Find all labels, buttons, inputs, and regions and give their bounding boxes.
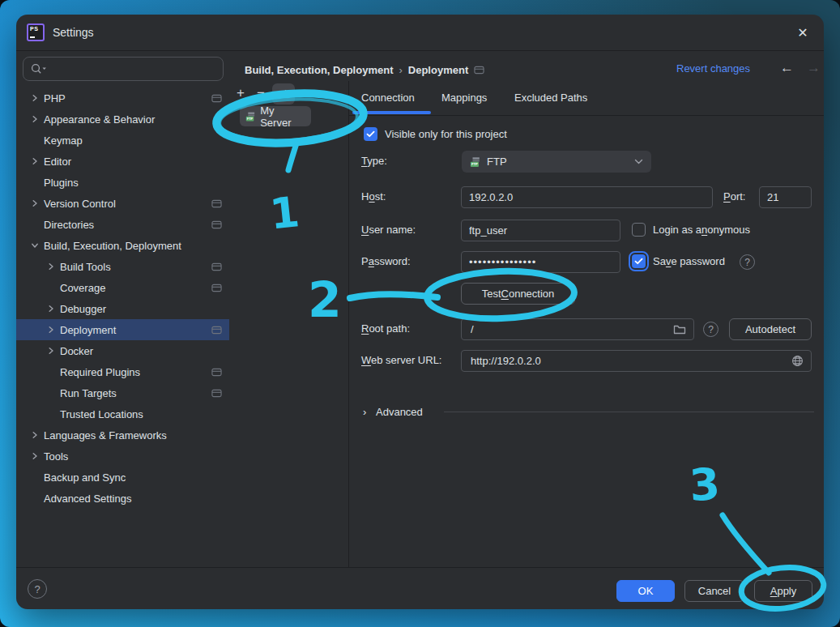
breadcrumb-current[interactable]: Deployment [408,64,468,76]
type-dropdown[interactable]: FTP FTP [462,151,651,173]
close-icon[interactable]: ✕ [795,24,811,41]
password-input[interactable] [461,251,620,273]
tree-item[interactable]: Trusted Locations [16,403,229,424]
advanced-chevron-icon[interactable]: › [363,406,366,418]
visible-only-label: Visible only for this project [385,128,507,140]
save-password-checkbox[interactable] [632,254,646,268]
tree-item[interactable]: Directories [16,214,229,235]
ftp-server-icon: FTP [245,111,256,122]
tree-chevron-icon [31,431,39,439]
tree-item-label: Languages & Frameworks [44,429,167,441]
chevron-down-icon [634,159,643,164]
edit-server-button[interactable] [272,83,295,104]
tree-item[interactable]: Deployment [16,319,229,340]
advanced-section-toggle[interactable]: Advanced [376,406,423,418]
modified-badge-icon [211,220,222,229]
tree-item[interactable]: Backup and Sync [16,467,229,488]
tree-item-label: Run Targets [60,387,117,399]
checkmark-icon [634,258,643,265]
web-server-url-label: Web server URL: [361,354,441,366]
globe-icon[interactable] [791,355,804,367]
tree-item[interactable]: Build Tools [16,256,229,277]
revert-changes-link[interactable]: Revert changes [676,62,750,75]
test-connection-button[interactable]: Test Connection [461,283,575,305]
tree-item-label: Editor [44,156,71,168]
web-server-url-field[interactable] [461,350,812,372]
settings-tree: PHP Appearance & Behavior Keymap Editor [16,87,229,509]
tree-chevron-icon [47,305,55,313]
tree-item-label: PHP [44,92,66,104]
ok-button[interactable]: OK [616,580,675,602]
web-server-url-input[interactable] [469,354,785,368]
save-password-help-icon[interactable]: ? [740,254,755,270]
add-server-button[interactable]: + [233,86,248,100]
server-name: My Server [260,104,305,129]
tree-item-label: Appearance & Behavior [44,113,155,126]
tab-mappings[interactable]: Mappings [441,92,487,104]
tree-item[interactable]: Version Control [16,193,229,214]
modified-badge-icon [211,199,222,208]
settings-search-box[interactable] [23,57,224,81]
user-name-input[interactable] [461,220,620,241]
tree-item[interactable]: Keymap [16,130,229,151]
tree-item[interactable]: Appearance & Behavior [16,109,229,130]
host-input[interactable] [461,186,713,208]
tree-chevron-icon [47,326,55,334]
tree-chevron-icon [31,241,39,250]
root-path-help-icon[interactable]: ? [703,322,718,337]
tab-excluded-paths[interactable]: Excluded Paths [514,92,587,104]
server-list-item-my-server[interactable]: FTP My Server [240,106,311,126]
tree-item-label: Build, Execution, Deployment [44,240,181,252]
tree-item[interactable]: Tools [16,446,229,467]
folder-icon[interactable] [673,324,686,335]
tree-item[interactable]: Advanced Settings [16,488,229,509]
checkmark-icon [366,130,375,138]
root-path-input[interactable] [469,322,667,336]
tree-item[interactable]: Run Targets [16,382,229,403]
apply-button[interactable]: Apply [754,580,812,602]
tree-chevron-icon [31,157,39,165]
root-path-label: Root path: [361,322,410,335]
active-tab-underline [352,111,431,114]
breadcrumb: Build, Execution, Deployment › Deploymen… [245,62,484,78]
tree-item[interactable]: Docker [16,340,229,361]
tree-item-label: Plugins [44,177,79,189]
tree-item-label: Directories [44,219,94,231]
phpstorm-logo-underscore [30,36,35,38]
tab-connection[interactable]: Connection [361,92,415,104]
tree-item[interactable]: Editor [16,151,229,172]
tree-item[interactable]: Required Plugins [16,361,229,382]
tree-item[interactable]: Debugger [16,298,229,319]
tree-item-label: Backup and Sync [44,471,126,484]
root-path-field[interactable] [461,318,694,340]
tree-item[interactable]: Plugins [16,172,229,193]
svg-text:FTP: FTP [247,117,254,121]
search-input[interactable] [52,62,216,76]
footer-separator [16,567,824,568]
tree-chevron-icon [31,199,39,207]
login-anonymous-checkbox[interactable] [632,223,646,237]
forward-arrow-icon: → [807,60,821,76]
modified-badge-icon [211,262,222,271]
tabs-separator [348,115,824,116]
tree-chevron-icon [47,262,55,271]
port-input[interactable] [759,186,812,208]
modified-badge-icon [211,389,222,398]
tree-item[interactable]: Languages & Frameworks [16,424,229,446]
tree-item[interactable]: PHP [16,87,229,109]
breadcrumb-parent[interactable]: Build, Execution, Deployment [245,64,393,76]
tree-item[interactable]: Coverage [16,277,229,298]
help-icon[interactable]: ? [28,579,47,599]
modified-badge-icon [211,284,222,292]
search-icon [30,62,49,75]
remove-server-button[interactable]: − [254,86,268,100]
tree-item[interactable]: Build, Execution, Deployment [16,235,229,256]
autodetect-button[interactable]: Autodetect [729,318,812,340]
tree-item-label: Deployment [60,324,116,336]
type-label: Type: [361,155,387,167]
back-arrow-icon[interactable]: ← [780,60,794,76]
cancel-button[interactable]: Cancel [684,580,744,602]
tree-item-label: Debugger [60,303,106,315]
tree-item-label: Coverage [60,282,105,294]
visible-only-checkbox[interactable] [364,127,377,141]
